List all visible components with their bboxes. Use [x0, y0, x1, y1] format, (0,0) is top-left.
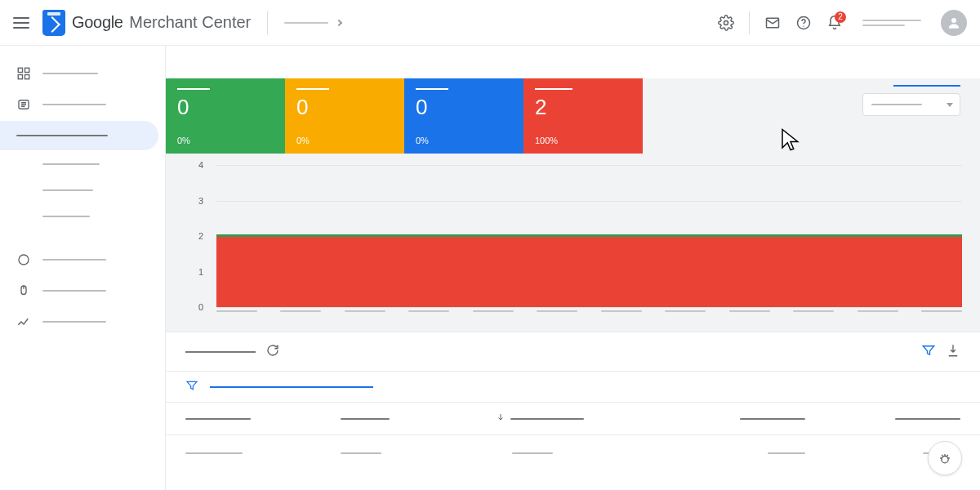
dashboard-icon [16, 66, 31, 81]
card-value: 2 [535, 95, 631, 120]
card-value: 0 [416, 95, 512, 120]
col-trend[interactable] [805, 418, 960, 420]
header-actions: 2 [718, 10, 967, 36]
col-issue[interactable] [185, 418, 341, 420]
main-content: 0 0% 0 0% 0 0% 2 100% [166, 46, 980, 490]
card-pct: 0% [177, 136, 274, 145]
svg-rect-8 [25, 75, 29, 79]
chart-tab-indicator [893, 85, 960, 87]
filter-funnel-icon[interactable] [185, 379, 198, 394]
filter-icon[interactable] [921, 343, 936, 360]
breadcrumb-item[interactable] [284, 22, 328, 24]
account-line-1 [862, 20, 921, 21]
svg-point-12 [942, 457, 948, 463]
svg-point-3 [803, 25, 804, 26]
tab-bar [166, 46, 980, 78]
product-title: Google Merchant Center [72, 13, 251, 32]
sidebar-item-growth[interactable] [0, 245, 158, 274]
account-label[interactable] [862, 20, 921, 26]
sidebar-subitem-1[interactable] [0, 152, 158, 176]
table-row[interactable] [166, 434, 980, 470]
notifications-icon[interactable]: 2 [826, 15, 843, 31]
col-percentage[interactable] [650, 418, 805, 420]
y-tick: 1 [198, 267, 203, 277]
sidebar-item-marketing[interactable] [0, 276, 158, 305]
sidebar-subitem-2[interactable] [0, 178, 158, 203]
divider [749, 11, 750, 34]
issues-title [185, 351, 256, 353]
chevron-down-icon [947, 103, 953, 107]
logo-badge-icon [42, 10, 65, 36]
y-tick: 4 [198, 160, 203, 170]
logo-merchant-center: Merchant Center [125, 13, 252, 31]
svg-point-0 [724, 20, 728, 24]
status-chart: 4 3 2 1 0 [184, 165, 962, 320]
trend-icon [16, 314, 31, 329]
y-tick: 2 [198, 231, 203, 241]
col-country[interactable] [341, 418, 496, 420]
status-cards: 0 0% 0 0% 0 0% 2 100% [166, 78, 980, 154]
sort-desc-icon [496, 412, 506, 425]
issues-toolbar [166, 332, 980, 371]
status-card-disapproved[interactable]: 2 100% [523, 78, 643, 154]
logo-google: Google [72, 13, 123, 31]
download-icon[interactable] [946, 343, 960, 360]
mouse-icon [16, 283, 31, 298]
feedback-fab[interactable] [928, 441, 962, 475]
sidebar-item-label [42, 259, 106, 261]
svg-point-10 [19, 255, 29, 265]
avatar[interactable] [941, 10, 967, 36]
refresh-icon[interactable] [265, 343, 280, 360]
sidebar-item-performance[interactable] [0, 307, 158, 336]
sidebar [0, 46, 166, 490]
plot-area [216, 165, 962, 307]
menu-icon[interactable] [13, 17, 29, 29]
sidebar-item-label [42, 290, 106, 292]
cell-percentage [650, 452, 805, 454]
x-axis [216, 310, 962, 320]
help-icon[interactable] [795, 15, 812, 31]
svg-rect-7 [18, 75, 22, 79]
status-card-expiring[interactable]: 0 0% [404, 78, 523, 154]
sidebar-item-diagnostics[interactable] [0, 121, 158, 150]
card-pct: 0% [296, 136, 393, 145]
y-tick: 3 [198, 196, 203, 206]
active-filter-row [166, 371, 980, 402]
summary-panel: 0 0% 0 0% 0 0% 2 100% [166, 78, 980, 332]
col-affected[interactable] [496, 412, 651, 425]
sidebar-item-products[interactable] [0, 90, 158, 119]
add-filter-link[interactable] [210, 386, 373, 388]
svg-rect-6 [25, 68, 29, 72]
card-value: 0 [296, 95, 393, 120]
sidebar-item-label [42, 216, 90, 217]
account-line-2 [862, 24, 905, 26]
status-card-active[interactable]: 0 0% [166, 78, 285, 154]
sidebar-item-label [42, 104, 106, 105]
chart-line-active [216, 234, 962, 237]
sidebar-item-overview[interactable] [0, 59, 158, 88]
sidebar-item-label [16, 135, 108, 136]
notification-badge: 2 [835, 11, 846, 23]
cell-issue [185, 452, 341, 454]
status-card-pending[interactable]: 0 0% [285, 78, 404, 154]
card-pct: 0% [416, 136, 512, 145]
chevron-right-icon [336, 19, 342, 25]
svg-point-4 [951, 18, 956, 23]
sidebar-subitem-3[interactable] [0, 204, 158, 229]
cell-country [341, 452, 496, 454]
chart-area-disapproved [216, 236, 962, 307]
svg-rect-5 [18, 68, 22, 72]
card-pct: 100% [535, 136, 631, 145]
sidebar-item-label [42, 189, 93, 191]
circle-outline-icon [16, 252, 31, 267]
breadcrumb[interactable] [284, 20, 341, 25]
date-range-dropdown[interactable] [862, 93, 960, 116]
settings-icon[interactable] [718, 15, 734, 31]
list-icon [16, 97, 31, 112]
y-tick: 0 [198, 302, 203, 312]
sidebar-item-label [42, 73, 98, 74]
product-logo[interactable]: Google Merchant Center [42, 10, 251, 36]
card-value: 0 [177, 95, 274, 120]
mail-icon[interactable] [764, 15, 781, 31]
sidebar-item-label [42, 163, 100, 165]
